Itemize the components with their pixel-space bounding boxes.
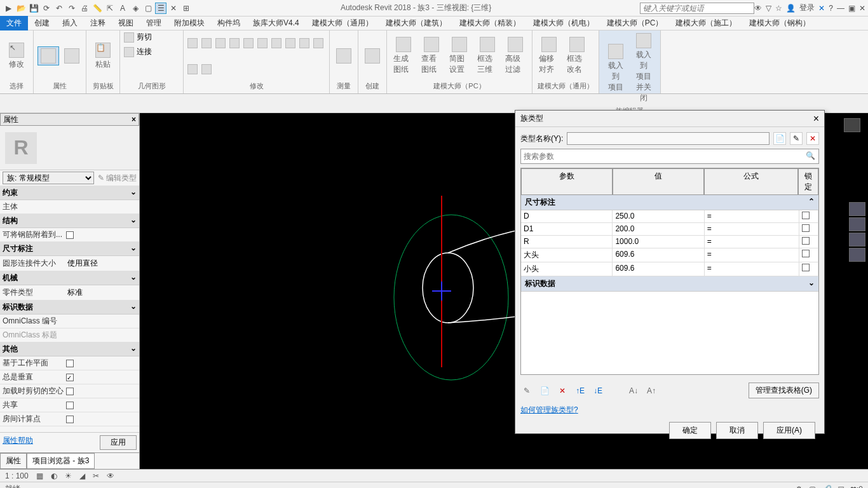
tab-properties[interactable]: 属性 [0,453,27,469]
menu-manage[interactable]: 管理 [140,16,168,30]
props-help-link[interactable]: 属性帮助 [3,435,33,450]
props-apply-button[interactable]: 应用 [100,435,137,450]
box-rename-button[interactable]: 框选改名 [564,36,590,76]
param-search-input[interactable] [520,149,819,164]
col-formula[interactable]: 公式 [704,168,799,195]
section-mech[interactable]: 机械⌄ [0,271,139,285]
user-icon[interactable]: 👤 [786,4,796,13]
load-close-button[interactable]: 载入到 项目并关闭 [631,32,656,105]
rename-type-icon[interactable]: ✎ [790,132,803,145]
section-identity[interactable]: 标识数据⌄ [521,276,818,292]
search-input[interactable] [640,3,754,14]
menu-create[interactable]: 创建 [28,16,56,30]
sort-asc-icon[interactable]: A↓ [627,384,640,397]
menu-file[interactable]: 文件 [0,16,28,30]
delete-icon[interactable] [201,64,212,74]
vertical-checkbox[interactable] [66,374,74,381]
workplane-checkbox[interactable] [66,360,74,367]
cut-icon[interactable] [124,32,134,43]
nav-wheel-icon[interactable] [849,202,865,216]
menu-view[interactable]: 视图 [112,16,140,30]
login-button[interactable]: 登录 [799,3,815,13]
col-value[interactable]: 值 [613,168,704,195]
delete-type-icon[interactable]: ✕ [806,132,819,145]
sync-icon[interactable]: ⟳ [41,3,52,14]
section-icon[interactable]: ▢ [142,3,154,14]
dialog-close-icon[interactable]: × [813,113,819,125]
table-row[interactable]: R1000.0= [521,236,818,248]
menu-addins[interactable]: 附加模块 [168,16,211,30]
menu-bm-mep[interactable]: 建模大师（机电） [527,16,600,30]
join-icon[interactable] [124,47,134,57]
section-dimensions[interactable]: 尺寸标注⌃ [521,195,818,210]
move-icon[interactable] [187,38,198,48]
rotate-icon[interactable] [215,38,226,48]
close-icon[interactable]: ✕ [859,4,865,13]
move-up-icon[interactable]: ↑E [574,384,587,397]
search-icon[interactable]: 🔍 [806,151,815,160]
voidcut-checkbox[interactable] [66,388,74,395]
table-row[interactable]: 大头609.6= [521,248,818,262]
edit-type-button[interactable]: ✎ 编辑类型 [98,173,137,184]
worksets-icon[interactable]: ⚙ [796,485,803,489]
shared-checkbox[interactable] [66,402,74,409]
section-constraint[interactable]: 约束⌄ [0,186,139,200]
comm-icon[interactable]: ▽ [766,4,771,13]
tab-browser[interactable]: 项目浏览器 - 族3 [27,453,95,469]
scale-icon[interactable] [257,38,268,48]
nav-zoom-icon[interactable] [849,233,865,247]
undo-icon[interactable]: ↶ [53,3,65,14]
scale-display[interactable]: 1 : 100 [5,471,29,480]
exchange-icon[interactable]: ✕ [818,4,825,13]
create-button[interactable] [362,47,383,65]
print-icon[interactable]: 🖨 [79,3,90,14]
offset-icon[interactable] [299,38,309,48]
align-icon[interactable]: ⇱ [104,3,116,14]
maximize-icon[interactable]: ▣ [848,4,855,13]
menu-bm-pc[interactable]: 建模大师（PC） [600,16,670,30]
rebar-checkbox[interactable] [66,231,74,239]
conn-field[interactable]: 使用直径 [66,257,137,269]
menu-bm-constr[interactable]: 建模大师（施工） [669,16,743,30]
table-row[interactable]: 小头609.6= [521,262,818,276]
move-down-icon[interactable]: ↓E [592,384,604,397]
open-icon[interactable]: 📂 [15,3,27,14]
section-id[interactable]: 标识数据⌄ [0,301,139,315]
table-row[interactable]: D250.0= [521,210,818,223]
measure-icon[interactable]: 📏 [92,3,103,14]
host-field[interactable] [66,207,137,208]
crop-icon[interactable]: ✂ [93,471,99,480]
table-row[interactable]: D1200.0= [521,223,818,236]
app-menu-icon[interactable]: ▶ [3,3,14,14]
ok-button[interactable]: 确定 [669,422,711,439]
favorite-icon[interactable]: ☆ [775,4,782,13]
nav-orbit-icon[interactable] [849,248,865,262]
type-selector[interactable]: 族: 常规模型 [3,172,94,184]
minimize-icon[interactable]: — [837,4,844,13]
select-links-icon[interactable]: 🔗 [822,485,832,489]
menu-famlib[interactable]: 族库大师V4.4 [247,16,306,30]
col-param[interactable]: 参数 [521,168,613,195]
modify-button[interactable]: ↖修改 [4,41,29,71]
menu-bm-arch[interactable]: 建模大师（建筑） [379,16,453,30]
switch-icon[interactable]: ⊞ [180,3,192,14]
shadows-icon[interactable]: ◢ [79,471,85,480]
3d-icon[interactable]: ◈ [130,3,141,14]
section-dim[interactable]: 尺寸标注⌄ [0,242,139,256]
close-views-icon[interactable]: ✕ [168,3,179,14]
save-icon[interactable]: 💾 [28,3,39,14]
offset-align-button[interactable]: 偏移对齐 [536,36,562,76]
part-field[interactable]: 标准 [66,287,137,299]
visual-style-icon[interactable]: ◐ [51,471,57,480]
delete-param-icon[interactable]: ✕ [556,384,569,397]
lookup-tables-button[interactable]: 管理查找表格(G) [749,383,819,398]
nav-home-icon[interactable] [844,118,860,132]
box3d-button[interactable]: 框选三维 [475,36,500,76]
infocenter-icon[interactable]: 👁 [754,4,762,13]
array-icon[interactable] [243,38,254,48]
adv-filter-button[interactable]: 高级过滤 [503,36,528,76]
props-close-icon[interactable]: × [132,115,136,124]
edit-param-icon[interactable]: ✎ [520,384,533,397]
nav-pan-icon[interactable] [849,217,865,231]
menu-bm-steel[interactable]: 建模大师（钢构） [743,16,817,30]
